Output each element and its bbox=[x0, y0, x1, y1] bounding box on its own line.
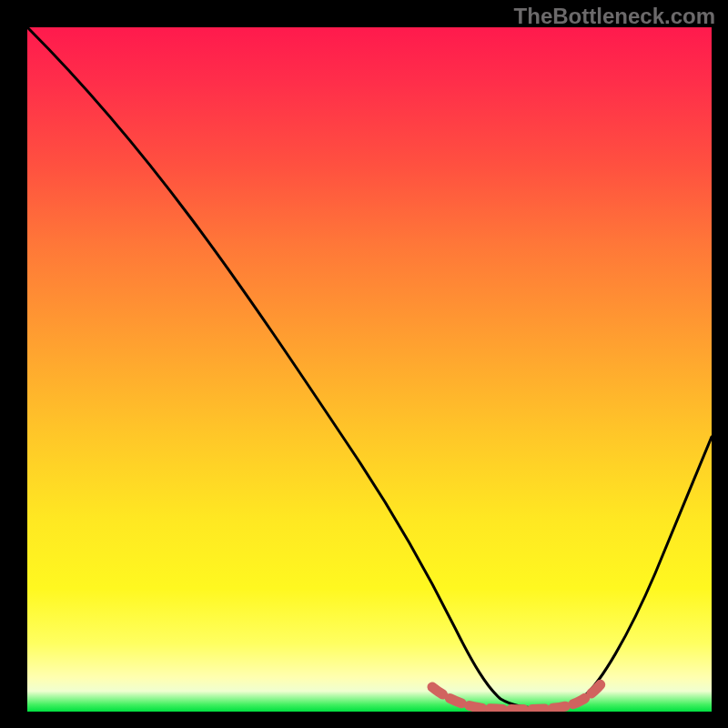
chart-frame: TheBottleneck.com bbox=[0, 0, 728, 728]
plot-area bbox=[27, 27, 712, 712]
bottleneck-curve-line bbox=[27, 27, 712, 708]
chart-svg bbox=[27, 27, 712, 712]
watermark-text: TheBottleneck.com bbox=[514, 4, 715, 29]
highlight-zone-line bbox=[432, 684, 601, 710]
